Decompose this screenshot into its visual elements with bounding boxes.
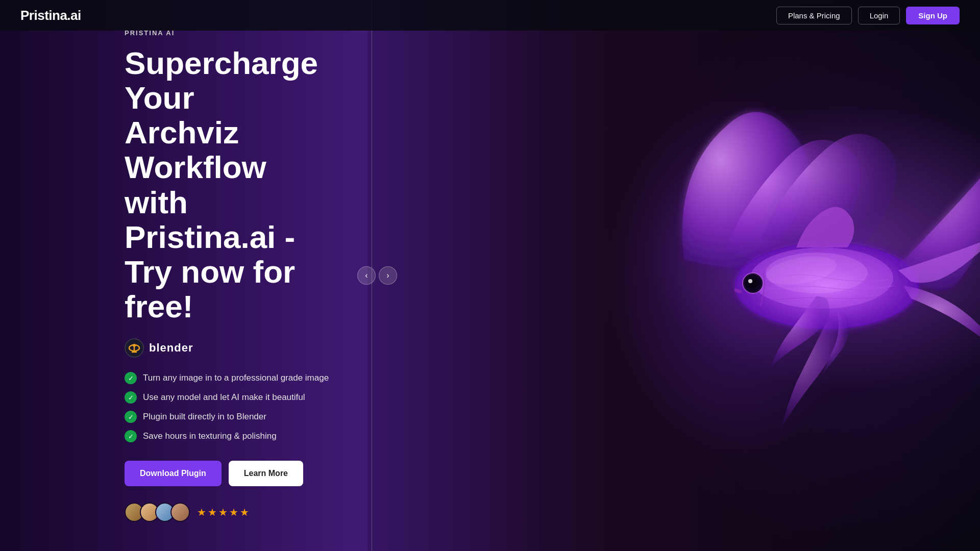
login-button[interactable]: Login [858,7,900,24]
check-icon-4: ✓ [125,430,137,442]
learn-more-button[interactable]: Learn More [229,461,303,486]
hero-fish-area [368,0,980,551]
carousel-prev-button[interactable]: ‹ [357,266,376,285]
hero-title-line2: Archviz Workflow [125,115,266,185]
blender-icon [125,338,144,358]
feature-item-2: ✓ Use any model and let AI make it beaut… [125,391,342,404]
feature-item-1: ✓ Turn any image in to a professional gr… [125,372,342,384]
feature-text-3: Plugin built directly in to Blender [143,412,266,422]
star-rating: ★ ★ ★ ★ ★ [197,506,249,518]
hero-title-line1: Supercharge Your [125,45,318,115]
svg-point-11 [133,344,136,347]
hero-title: Supercharge Your Archviz Workflow with P… [125,46,342,324]
fish-illustration [582,97,980,454]
hero-title-line4: Try now for free! [125,254,295,324]
hero-section: ‹ › Pristina.ai Plans & Pricing Login Si… [0,0,980,551]
check-icon-1: ✓ [125,372,137,384]
check-icon-2: ✓ [125,391,137,404]
cta-buttons: Download Plugin Learn More [125,461,342,486]
download-plugin-button[interactable]: Download Plugin [125,461,222,486]
social-proof: ★ ★ ★ ★ ★ [125,503,342,522]
blender-label: blender [149,341,193,355]
feature-item-4: ✓ Save hours in texturing & polishing [125,430,342,442]
star-3: ★ [218,506,228,518]
feature-item-3: ✓ Plugin built directly in to Blender [125,411,342,423]
star-4: ★ [229,506,238,518]
check-icon-3: ✓ [125,411,137,423]
star-2: ★ [208,506,217,518]
star-5: ★ [240,506,249,518]
avatar-4 [170,503,190,522]
plans-pricing-button[interactable]: Plans & Pricing [776,7,852,24]
signup-button[interactable]: Sign Up [906,7,960,24]
carousel-next-button[interactable]: › [379,266,397,285]
feature-text-1: Turn any image in to a professional grad… [143,373,329,383]
feature-text-4: Save hours in texturing & polishing [143,431,277,441]
hero-title-line3: with Pristina.ai - [125,185,295,255]
avatar-group [125,503,190,522]
logo-text: Pristina.ai [20,8,81,23]
nav-actions: Plans & Pricing Login Sign Up [776,7,960,24]
navbar: Pristina.ai Plans & Pricing Login Sign U… [0,0,980,31]
feature-list: ✓ Turn any image in to a professional gr… [125,372,342,442]
feature-text-2: Use any model and let AI make it beautif… [143,392,305,403]
logo: Pristina.ai [20,8,81,23]
svg-point-6 [748,279,752,283]
blender-logo: blender [125,338,342,358]
hero-content: PRISTINA AI Supercharge Your Archviz Wor… [0,0,373,551]
star-1: ★ [197,506,206,518]
